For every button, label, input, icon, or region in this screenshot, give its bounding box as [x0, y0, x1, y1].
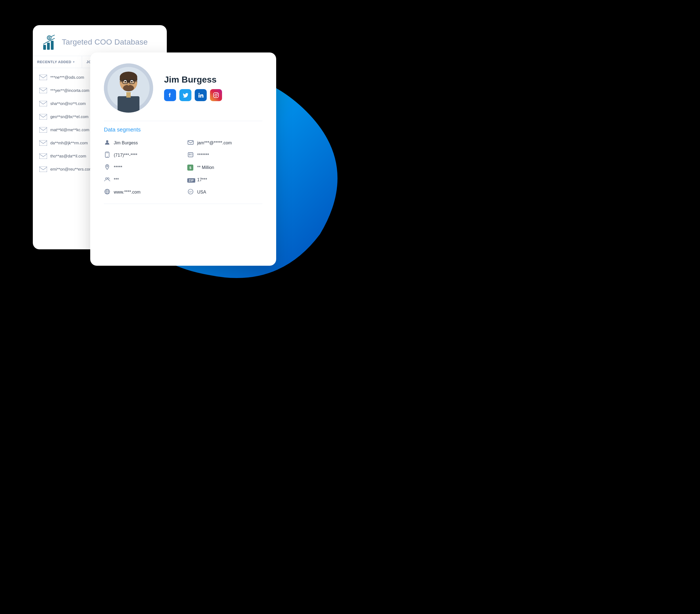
- website-value: www.****.com: [114, 190, 140, 195]
- data-grid: Jim Burgess jam***@*****.com (717)***-**…: [104, 139, 262, 196]
- country-value: USA: [197, 190, 206, 195]
- svg-text:$: $: [48, 36, 50, 39]
- email-icon: [39, 153, 47, 159]
- svg-line-3: [51, 35, 55, 37]
- profile-name: Jim Burgess: [164, 75, 262, 85]
- instagram-icon[interactable]: [210, 89, 222, 101]
- data-item-location: *****: [104, 164, 179, 172]
- email-icon: [39, 75, 47, 80]
- full-name-value: Jim Burgess: [114, 140, 138, 146]
- svg-point-23: [124, 81, 126, 83]
- zip-icon: ZIP: [187, 177, 194, 183]
- svg-rect-12: [39, 140, 47, 146]
- email-text: sha**on@ro**t.com: [50, 101, 86, 106]
- email-text: tho**as@da**il.com: [50, 154, 86, 158]
- avatar-image: [104, 63, 153, 113]
- data-item-phone: (717)***-****: [104, 152, 179, 159]
- svg-point-37: [217, 93, 218, 94]
- data-item-team: ***: [104, 176, 179, 184]
- dollar-badge: $: [187, 165, 193, 171]
- linkedin-icon[interactable]: [195, 89, 207, 101]
- person-icon: [104, 139, 111, 147]
- svg-point-24: [131, 81, 133, 83]
- chevron-down-icon: ▾: [73, 60, 75, 63]
- svg-point-49: [108, 178, 109, 179]
- email-icon: [39, 166, 47, 172]
- email-icon: [39, 127, 47, 133]
- svg-rect-31: [117, 96, 139, 113]
- id-value: *******: [197, 153, 209, 158]
- location-value: *****: [114, 165, 122, 170]
- svg-point-42: [107, 156, 108, 156]
- email-icon: [39, 114, 47, 120]
- email-text: geo**sn@bc**el.com: [50, 114, 88, 119]
- svg-rect-11: [39, 127, 47, 133]
- card-title: Targeted COO Database: [62, 38, 148, 47]
- social-icons: [164, 89, 262, 101]
- svg-point-36: [215, 94, 217, 96]
- email-icon: [39, 101, 47, 106]
- svg-point-20: [123, 85, 134, 91]
- email-value: jam***@*****.com: [197, 140, 232, 146]
- data-segments-title: Data segments: [104, 127, 262, 133]
- email-icon: [39, 88, 47, 93]
- phone-icon: [104, 152, 111, 159]
- svg-rect-5: [47, 43, 50, 50]
- revenue-icon: $: [187, 165, 194, 171]
- avatar: [104, 63, 153, 113]
- svg-point-38: [106, 140, 108, 142]
- location-icon: [104, 164, 111, 172]
- data-item-zip: ZIP 17***: [187, 176, 262, 184]
- email-icon: [187, 139, 194, 147]
- facebook-icon[interactable]: [164, 89, 176, 101]
- svg-rect-6: [51, 41, 53, 50]
- svg-rect-34: [126, 92, 131, 98]
- data-item-website: www.****.com: [104, 189, 179, 196]
- main-container: $ Targeted COO Database RECENTLY ADDED ▾…: [25, 17, 325, 290]
- zip-badge: ZIP: [187, 178, 195, 183]
- data-item-id: *******: [187, 152, 262, 159]
- email-icon: [39, 140, 47, 146]
- divider: [104, 121, 262, 121]
- svg-rect-39: [188, 140, 193, 145]
- id-icon: [187, 152, 194, 159]
- svg-rect-10: [39, 114, 47, 120]
- svg-rect-13: [39, 153, 47, 159]
- email-text: ***yer**@incorta.com: [50, 88, 89, 93]
- svg-rect-14: [39, 166, 47, 172]
- data-item-revenue: $ ** Million: [187, 164, 262, 172]
- twitter-icon[interactable]: [179, 89, 191, 101]
- card-header: $ Targeted COO Database: [33, 25, 167, 56]
- data-item-name: Jim Burgess: [104, 139, 179, 147]
- logo-icon: $: [41, 34, 58, 50]
- bottom-divider: [104, 204, 262, 204]
- team-value: ***: [114, 177, 119, 182]
- svg-point-30: [127, 84, 129, 86]
- svg-rect-41: [106, 152, 108, 153]
- email-text: ***ne***@ods.com: [50, 75, 84, 79]
- svg-point-47: [107, 165, 108, 167]
- profile-section: Jim Burgess: [104, 63, 262, 113]
- svg-rect-8: [39, 88, 47, 93]
- zip-value: 17***: [197, 177, 207, 182]
- recently-added-col-header[interactable]: RECENTLY ADDED ▾: [33, 56, 82, 68]
- data-item-country: USA: [187, 189, 262, 196]
- team-icon: [104, 176, 111, 184]
- svg-rect-7: [39, 75, 47, 80]
- email-text: da**mh@jk**rm.com: [50, 140, 88, 145]
- country-icon: [187, 189, 194, 196]
- svg-point-44: [189, 154, 191, 155]
- revenue-value: ** Million: [197, 165, 214, 170]
- svg-rect-9: [39, 101, 47, 106]
- email-text: emi**on@reu**ers.com: [50, 167, 92, 172]
- email-text: mat**kl@me**kc.com: [50, 127, 89, 132]
- website-icon: [104, 189, 111, 196]
- profile-card: Jim Burgess Data se: [90, 52, 276, 266]
- phone-value: (717)***-****: [114, 153, 137, 158]
- profile-info: Jim Burgess: [164, 75, 262, 101]
- data-item-email: jam***@*****.com: [187, 139, 262, 147]
- svg-rect-4: [43, 45, 46, 50]
- svg-point-48: [105, 178, 107, 179]
